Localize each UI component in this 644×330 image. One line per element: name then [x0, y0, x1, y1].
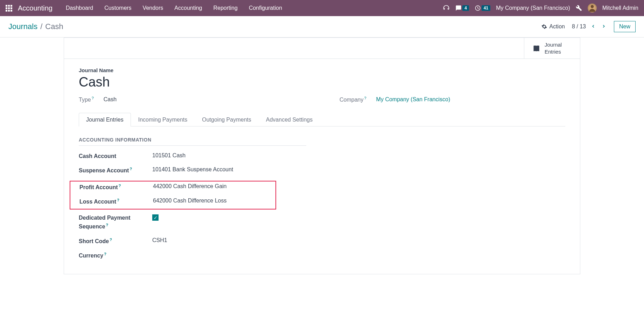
stat-button-text: Journal Entries: [545, 41, 562, 55]
currency-label: Currency?: [79, 251, 152, 260]
dedicated-payment-checkbox[interactable]: ✓: [152, 214, 159, 221]
pager-text[interactable]: 8 / 13: [572, 23, 586, 30]
short-code-value[interactable]: CSH1: [152, 237, 167, 243]
breadcrumb-separator: /: [40, 22, 42, 31]
breadcrumb-current: Cash: [45, 22, 63, 31]
suspense-account-label: Suspense Account?: [79, 166, 152, 175]
activities-icon[interactable]: 41: [475, 5, 490, 11]
help-icon[interactable]: ?: [364, 96, 366, 100]
messages-icon[interactable]: 4: [455, 5, 469, 11]
menu-customers[interactable]: Customers: [99, 1, 136, 15]
tab-advanced-settings[interactable]: Advanced Settings: [259, 113, 320, 126]
title-section: Journal Name Cash: [79, 67, 565, 90]
help-icon[interactable]: ?: [110, 238, 112, 242]
dedicated-payment-row: Dedicated Payment Sequence? ✓: [79, 214, 565, 231]
debug-icon[interactable]: [576, 5, 582, 11]
help-icon[interactable]: ?: [92, 96, 94, 100]
apps-icon[interactable]: [6, 5, 12, 12]
button-box: Journal Entries: [64, 38, 580, 59]
tab-incoming-payments[interactable]: Incoming Payments: [131, 113, 195, 126]
profit-account-value[interactable]: 442000 Cash Difference Gain: [153, 183, 227, 190]
pager-next-icon[interactable]: [601, 23, 607, 30]
tab-outgoing-payments[interactable]: Outgoing Payments: [195, 113, 259, 126]
highlight-box: Profit Account? 442000 Cash Difference G…: [70, 181, 276, 210]
help-icon[interactable]: ?: [130, 167, 132, 171]
type-value[interactable]: Cash: [104, 96, 117, 103]
action-label: Action: [549, 23, 565, 30]
currency-row: Currency?: [79, 251, 565, 260]
journal-name-label: Journal Name: [79, 67, 565, 73]
journal-entries-button[interactable]: Journal Entries: [524, 38, 580, 59]
journal-name-value[interactable]: Cash: [79, 75, 565, 90]
type-group: Type? Cash: [79, 96, 304, 103]
voip-icon[interactable]: [443, 5, 450, 12]
profit-account-row: Profit Account? 442000 Cash Difference G…: [79, 183, 275, 192]
book-icon: [531, 44, 540, 53]
top-navigation: Accounting Dashboard Customers Vendors A…: [0, 0, 644, 16]
suspense-account-value[interactable]: 101401 Bank Suspense Account: [152, 166, 233, 173]
loss-account-label: Loss Account?: [79, 197, 153, 206]
loss-account-row: Loss Account? 642000 Cash Difference Los…: [79, 197, 275, 206]
profit-account-label: Profit Account?: [79, 183, 153, 192]
help-icon[interactable]: ?: [119, 184, 121, 188]
pager-prev-icon[interactable]: [590, 23, 596, 30]
type-label: Type?: [79, 96, 94, 103]
action-dropdown[interactable]: Action: [541, 23, 565, 30]
menu-accounting[interactable]: Accounting: [169, 1, 207, 15]
nav-right: 4 41 My Company (San Francisco) Mitchell…: [443, 4, 638, 13]
help-icon[interactable]: ?: [106, 223, 108, 227]
new-button[interactable]: New: [614, 21, 636, 32]
breadcrumb: Journals / Cash: [8, 22, 63, 31]
cash-account-value[interactable]: 101501 Cash: [152, 152, 186, 159]
help-icon[interactable]: ?: [117, 198, 119, 202]
company-selector[interactable]: My Company (San Francisco): [496, 5, 570, 11]
messages-badge: 4: [462, 5, 469, 11]
menu-dashboard[interactable]: Dashboard: [61, 1, 98, 15]
menu-reporting[interactable]: Reporting: [209, 1, 243, 15]
menu-configuration[interactable]: Configuration: [244, 1, 287, 15]
company-group: Company? My Company (San Francisco): [340, 96, 565, 103]
info-row: Type? Cash Company? My Company (San Fran…: [79, 96, 565, 103]
app-name[interactable]: Accounting: [18, 4, 52, 12]
breadcrumb-parent[interactable]: Journals: [8, 22, 37, 31]
section-title: ACCOUNTING INFORMATION: [79, 137, 306, 146]
short-code-row: Short Code? CSH1: [79, 237, 565, 246]
svg-point-1: [591, 5, 594, 8]
dedicated-payment-label: Dedicated Payment Sequence?: [79, 214, 152, 231]
nav-menu: Dashboard Customers Vendors Accounting R…: [61, 1, 443, 15]
menu-vendors[interactable]: Vendors: [138, 1, 168, 15]
cash-account-label: Cash Account: [79, 152, 152, 160]
tab-journal-entries[interactable]: Journal Entries: [79, 113, 131, 126]
control-right: Action 8 / 13 New: [541, 21, 636, 32]
user-name[interactable]: Mitchell Admin: [602, 5, 638, 11]
company-label: Company?: [340, 96, 366, 103]
tabs: Journal Entries Incoming Payments Outgoi…: [79, 113, 565, 126]
suspense-account-row: Suspense Account? 101401 Bank Suspense A…: [79, 166, 565, 175]
form-body: Journal Name Cash Type? Cash Company? My…: [64, 59, 580, 274]
activities-badge: 41: [482, 5, 490, 11]
control-bar: Journals / Cash Action 8 / 13 New: [0, 16, 644, 37]
gear-icon: [541, 24, 547, 29]
company-value[interactable]: My Company (San Francisco): [376, 96, 450, 103]
short-code-label: Short Code?: [79, 237, 152, 246]
loss-account-value[interactable]: 642000 Cash Difference Loss: [153, 197, 227, 204]
help-icon[interactable]: ?: [104, 252, 106, 256]
main-content: Journal Entries Journal Name Cash Type? …: [0, 37, 644, 274]
cash-account-row: Cash Account 101501 Cash: [79, 152, 565, 160]
form-sheet: Journal Entries Journal Name Cash Type? …: [64, 37, 580, 274]
user-avatar[interactable]: [588, 4, 597, 13]
pager: 8 / 13: [572, 23, 607, 30]
